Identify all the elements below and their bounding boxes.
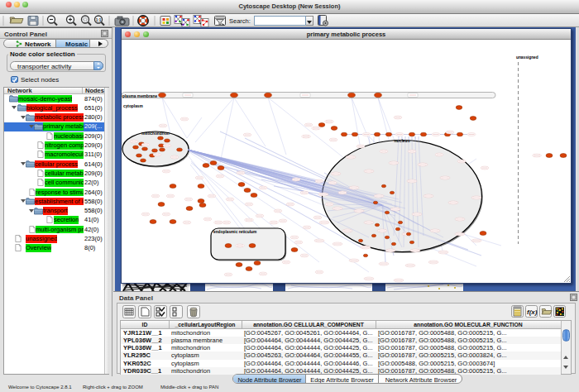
svg-text:cytoplasm: cytoplasm	[123, 104, 143, 108]
svg-text:1:1: 1:1	[96, 18, 102, 22]
svg-text:unassigned: unassigned	[516, 55, 538, 60]
svg-text:f(x): f(x)	[527, 308, 538, 316]
svg-text:plasma membrane: plasma membrane	[122, 94, 157, 98]
svg-text:endoplasmic reticulum: endoplasmic reticulum	[213, 230, 256, 234]
svg-text:mitochondrion: mitochondrion	[141, 131, 170, 136]
